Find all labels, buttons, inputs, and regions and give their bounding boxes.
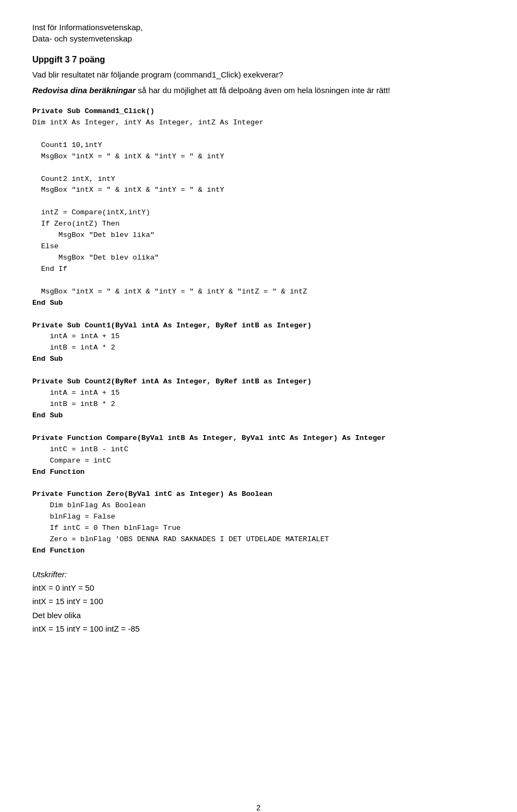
task-description: Vad blir resultatet när följande program… xyxy=(32,69,485,81)
output-line-1: intX = 0 intY = 50 xyxy=(32,581,485,595)
page-number: 2 xyxy=(256,803,261,812)
output-title: Utskrifter: xyxy=(32,570,485,579)
task-instruction-bold: Redovisa dina beräkningar xyxy=(32,86,136,95)
task-instruction: Redovisa dina beräkningar så har du möjl… xyxy=(32,85,485,97)
header-line1: Inst för Informationsvetenskap, xyxy=(32,22,485,33)
output-section: Utskrifter: intX = 0 intY = 50 intX = 15… xyxy=(32,570,485,636)
task-instruction-rest: så har du möjlighet att få delpoäng även… xyxy=(136,86,390,95)
output-line-4: intX = 15 intY = 100 intZ = -85 xyxy=(32,622,485,636)
header-line2: Data- och systemvetenskap xyxy=(32,33,485,44)
output-line-2: intX = 15 intY = 100 xyxy=(32,594,485,608)
output-line-3: Det blev olika xyxy=(32,608,485,622)
task-header: Uppgift 3 7 poäng Vad blir resultatet nä… xyxy=(32,55,485,96)
code-main-sub: Private Sub Command1_Click() Dim intX As… xyxy=(32,106,485,557)
task-title: Uppgift 3 7 poäng xyxy=(32,55,485,65)
header: Inst för Informationsvetenskap, Data- oc… xyxy=(32,22,485,44)
